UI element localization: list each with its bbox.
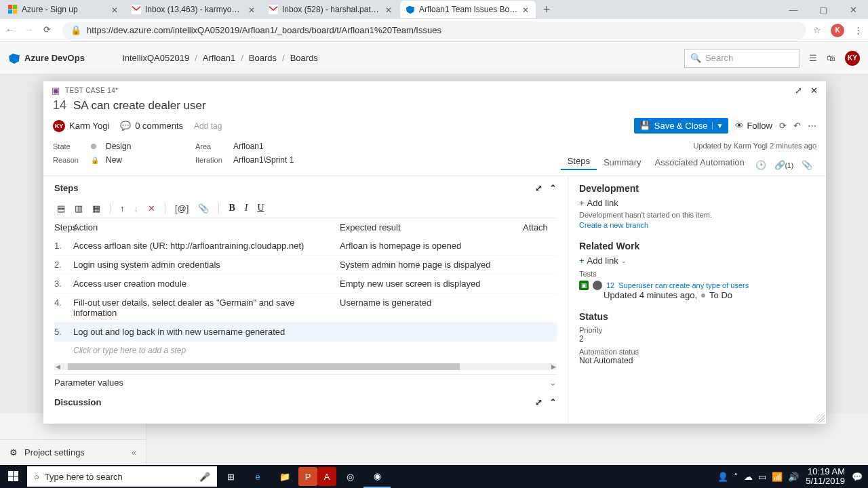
user-avatar[interactable]: KY bbox=[845, 51, 860, 66]
automation-value[interactable]: Not Automated bbox=[579, 356, 815, 365]
comments-button[interactable]: 💬 0 comments bbox=[120, 121, 183, 131]
close-icon[interactable]: ✕ bbox=[810, 85, 818, 96]
iteration-value[interactable]: Arfloan1\Sprint 1 bbox=[233, 155, 294, 165]
step-row[interactable]: 4.Fill-out user details, select dealer a… bbox=[54, 293, 557, 323]
start-button[interactable] bbox=[0, 465, 27, 488]
add-link-button[interactable]: +Add link⌄ bbox=[579, 256, 815, 266]
move-down-icon[interactable]: ↓ bbox=[134, 203, 139, 214]
chevron-up-icon[interactable]: ⌃ bbox=[549, 183, 557, 193]
browser-tab[interactable]: Azure - Sign up ✕ bbox=[3, 1, 125, 18]
acrobat-icon[interactable]: A bbox=[317, 467, 336, 486]
collapse-icon[interactable]: « bbox=[132, 447, 136, 458]
bold-icon[interactable]: B bbox=[229, 203, 235, 214]
new-tab-button[interactable]: + bbox=[537, 0, 556, 19]
links-icon[interactable]: 🔗(1) bbox=[774, 160, 793, 170]
add-link-button[interactable]: +Add link bbox=[579, 198, 815, 208]
people-icon[interactable]: 👤 bbox=[717, 472, 728, 482]
obs-icon[interactable]: ◎ bbox=[336, 465, 363, 488]
breadcrumb-item[interactable]: intellixQA052019 bbox=[123, 53, 189, 63]
edge-icon[interactable]: e bbox=[244, 465, 271, 488]
taskbar-clock[interactable]: 10:19 AM 5/11/2019 bbox=[806, 467, 845, 487]
underline-icon[interactable]: U bbox=[257, 203, 264, 214]
resize-handle[interactable] bbox=[816, 414, 825, 422]
close-icon[interactable]: ✕ bbox=[111, 5, 119, 14]
step-row[interactable]: 1.Access arfloan site (UR: http://arfloa… bbox=[54, 237, 557, 256]
reason-value[interactable]: New bbox=[106, 155, 122, 165]
forward-icon[interactable]: → bbox=[24, 24, 37, 37]
italic-icon[interactable]: I bbox=[245, 203, 248, 214]
taskbar-search[interactable]: ○Type here to search🎤 bbox=[27, 466, 217, 487]
menu-icon[interactable]: ⋮ bbox=[854, 25, 863, 35]
breadcrumb-item[interactable]: Arfloan1 bbox=[203, 53, 235, 63]
explorer-icon[interactable]: 📁 bbox=[271, 465, 298, 488]
horizontal-scrollbar[interactable]: ◀▶ bbox=[54, 363, 557, 370]
onedrive-icon[interactable]: ☁ bbox=[744, 472, 753, 482]
close-icon[interactable]: ✕ bbox=[522, 5, 530, 14]
tab-associated[interactable]: Associated Automation bbox=[648, 155, 751, 170]
window-close[interactable]: ✕ bbox=[838, 0, 868, 19]
priority-value[interactable]: 2 bbox=[579, 334, 815, 344]
browser-tab-active[interactable]: Arfloan1 Team Issues Board - Bo ✕ bbox=[400, 1, 536, 18]
delete-icon[interactable]: ✕ bbox=[148, 203, 155, 214]
move-up-icon[interactable]: ↑ bbox=[120, 203, 125, 214]
search-input[interactable]: 🔍 Search bbox=[684, 49, 800, 68]
refresh-icon[interactable]: ⟳ bbox=[779, 121, 787, 131]
attach-icon[interactable]: 📎 bbox=[198, 203, 209, 214]
workitem-title[interactable]: SA can create dealer user bbox=[73, 99, 206, 113]
breadcrumb-item[interactable]: Boards bbox=[290, 53, 318, 63]
add-tag-button[interactable]: Add tag bbox=[194, 121, 222, 131]
more-icon[interactable]: ⋯ bbox=[808, 121, 816, 131]
reload-icon[interactable]: ⟳ bbox=[43, 24, 56, 37]
insert-step-icon[interactable]: ▤ bbox=[57, 203, 65, 214]
state-value[interactable]: Design bbox=[106, 142, 131, 151]
close-icon[interactable]: ✕ bbox=[248, 5, 256, 14]
notifications-icon[interactable]: 💬 bbox=[852, 472, 863, 482]
undo-icon[interactable]: ↶ bbox=[793, 121, 801, 131]
chevron-down-icon[interactable]: ▼ bbox=[712, 122, 724, 129]
expand-icon[interactable]: ⤢ bbox=[535, 183, 542, 193]
mic-icon[interactable]: 🎤 bbox=[199, 472, 210, 482]
follow-button[interactable]: 👁Follow bbox=[735, 121, 772, 131]
wifi-icon[interactable]: 📶 bbox=[772, 472, 783, 482]
area-value[interactable]: Arfloan1 bbox=[233, 142, 264, 151]
chevron-up-icon[interactable]: ⌃ bbox=[549, 397, 557, 407]
browser-tab[interactable]: Inbox (528) - harshal.patel71@g ✕ bbox=[263, 1, 399, 18]
project-settings[interactable]: ⚙ Project settings « bbox=[0, 439, 146, 465]
list-icon[interactable]: ☰ bbox=[809, 53, 817, 63]
back-icon[interactable]: ← bbox=[5, 24, 18, 37]
battery-icon[interactable]: ▭ bbox=[758, 472, 766, 482]
window-minimize[interactable]: — bbox=[778, 0, 808, 19]
create-shared-icon[interactable]: ▦ bbox=[92, 203, 100, 214]
save-button[interactable]: 💾 Save & Close ▼ bbox=[634, 118, 729, 134]
assignee-picker[interactable]: KY Karm Yogi bbox=[53, 120, 109, 132]
shopping-icon[interactable]: 🛍 bbox=[827, 53, 835, 63]
volume-icon[interactable]: 🔊 bbox=[788, 472, 799, 482]
tab-summary[interactable]: Summary bbox=[597, 155, 648, 170]
step-row-selected[interactable]: 5.Log out and log back in with new usern… bbox=[54, 323, 557, 342]
history-icon[interactable]: 🕑 bbox=[755, 160, 766, 170]
add-step-placeholder[interactable]: Click or type here to add a step bbox=[54, 342, 557, 359]
expand-icon[interactable]: ⤢ bbox=[795, 85, 802, 96]
param-icon[interactable]: [@] bbox=[175, 203, 189, 214]
browser-tab[interactable]: Inbox (13,463) - karmyogi@gma ✕ bbox=[126, 1, 262, 18]
insert-shared-icon[interactable]: ▥ bbox=[75, 203, 83, 214]
powerpoint-icon[interactable]: P bbox=[298, 467, 317, 486]
close-icon[interactable]: ✕ bbox=[385, 5, 393, 14]
tray-up-icon[interactable]: ˄ bbox=[734, 472, 738, 482]
product-logo[interactable]: Azure DevOps bbox=[8, 52, 85, 64]
url-input[interactable]: 🔒 https://dev.azure.com/intellixQA052019… bbox=[62, 22, 806, 39]
tab-steps[interactable]: Steps bbox=[561, 153, 597, 170]
system-tray[interactable]: 👤 ˄ ☁ ▭ 📶 🔊 bbox=[717, 472, 799, 482]
taskview-icon[interactable]: ⊞ bbox=[217, 465, 244, 488]
related-item[interactable]: ▣ 12 Superuser can create any type of us… bbox=[579, 281, 815, 290]
chrome-icon[interactable]: ◉ bbox=[363, 465, 391, 488]
step-row[interactable]: 3.Access user creation moduleEmpty new u… bbox=[54, 274, 557, 293]
create-branch-link[interactable]: Create a new branch bbox=[579, 221, 648, 229]
expand-icon[interactable]: ⤢ bbox=[535, 397, 542, 407]
breadcrumb-item[interactable]: Boards bbox=[249, 53, 277, 63]
browser-profile-avatar[interactable]: K bbox=[831, 24, 844, 37]
step-row[interactable]: 2.Login using system admin credentialsSy… bbox=[54, 256, 557, 274]
star-icon[interactable]: ☆ bbox=[813, 25, 821, 35]
attachment-icon[interactable]: 📎 bbox=[802, 160, 812, 170]
parameter-values-section[interactable]: Parameter values⌄ bbox=[54, 374, 557, 390]
